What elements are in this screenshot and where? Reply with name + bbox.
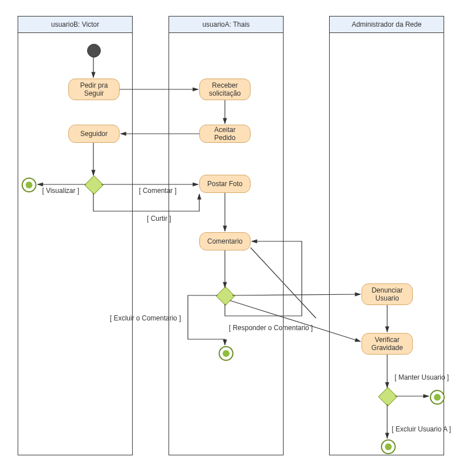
activity-comentario: Comentario	[199, 232, 251, 250]
guard-curtir: [ Curtir ]	[147, 215, 171, 223]
guard-excluir-user: [ Excluir Usuario A ]	[392, 425, 451, 433]
lane-header: Administrador da Rede	[330, 17, 444, 33]
diagram-container: usuarioB: Victor usuarioA: Thais Adminis…	[0, 0, 476, 469]
guard-manter: [ Manter Usuario ]	[395, 373, 449, 381]
activity-verificar: Verificar Gravidade	[362, 333, 413, 355]
activity-postar: Postar Foto	[199, 175, 251, 193]
lane-header: usuarioA: Thais	[169, 17, 283, 33]
guard-responder: [ Responder o Comentario ]	[229, 324, 313, 332]
guard-excluir-com: [ Excluir o Comentario ]	[110, 314, 181, 322]
final-3	[430, 390, 445, 405]
final-4	[381, 439, 396, 454]
guard-visualizar: [ Visualizar ]	[42, 187, 79, 195]
guard-comentar: [ Comentar ]	[139, 187, 177, 195]
lane-header: usuarioB: Victor	[18, 17, 132, 33]
activity-receber: Receber solicitação	[199, 79, 251, 100]
final-1	[22, 178, 36, 192]
activity-pedir: Pedir pra Seguir	[68, 79, 120, 100]
final-2	[219, 346, 233, 361]
activity-seguidor: Seguidor	[68, 125, 120, 143]
activity-aceitar: Aceitar Pedido	[199, 125, 251, 143]
initial-node	[87, 44, 101, 57]
activity-denunciar: Denunciar Usuario	[362, 283, 413, 305]
